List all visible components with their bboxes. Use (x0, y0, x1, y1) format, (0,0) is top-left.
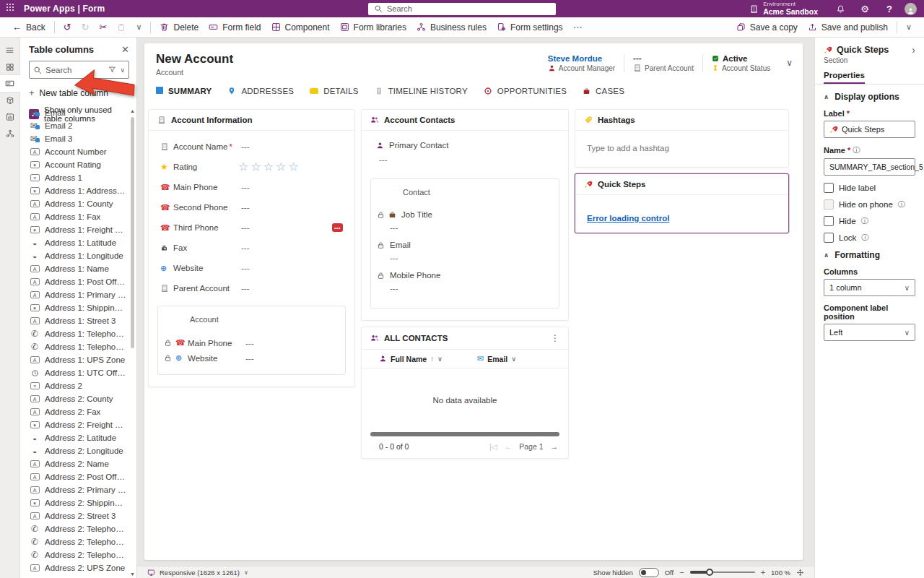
table-column-item[interactable]: ◒Address 1: Latitude (20, 236, 129, 249)
save-publish-button[interactable]: Save and publish (803, 20, 893, 35)
help-button[interactable]: ? (877, 0, 902, 17)
field-job-title[interactable]: Job Title--- (371, 208, 559, 232)
collapse-panel-icon[interactable]: › (912, 45, 915, 55)
clipboard-menu-button[interactable]: ∨ (131, 20, 147, 35)
table-column-item[interactable]: ✉Email (20, 106, 129, 119)
global-search-input[interactable]: Search (368, 3, 556, 15)
table-column-item[interactable]: AAddress 1: UPS Zone (20, 353, 129, 366)
table-column-item[interactable]: AAccount Number (20, 145, 129, 158)
table-column-item[interactable]: ▾Account Rating (20, 158, 129, 171)
table-column-item[interactable]: ▾Address 2: Freight Terms (20, 418, 129, 431)
grid-column-full-name[interactable]: Full Name ↑∨ (379, 355, 477, 363)
field-main-phone[interactable]: ☎ Main Phone--- (158, 335, 345, 350)
section-all-contacts[interactable]: ALL CONTACTS ⋮ Full Name ↑∨✉Email ∨ No d… (361, 327, 569, 459)
scroll-down-icon[interactable]: ▼ (129, 571, 136, 577)
field-website[interactable]: ⊕ Website--- (154, 258, 349, 278)
rail-field-icon[interactable] (0, 75, 20, 92)
hashtag-placeholder[interactable]: Type to add a hashtag (575, 131, 788, 167)
scroll-up-icon[interactable]: ▲ (129, 108, 136, 113)
field-fax[interactable]: Fax--- (154, 238, 349, 258)
table-column-item[interactable]: ▾Address 1: Freight Terms (20, 223, 129, 236)
table-column-item[interactable]: ✉Email 2 (20, 119, 129, 132)
table-column-item[interactable]: ≡Address 2 (20, 379, 129, 392)
table-column-item[interactable]: ◒Address 2: Longitude (20, 444, 129, 457)
table-column-item[interactable]: ◒Address 1: Longitude (20, 249, 129, 262)
environment-picker[interactable]: Environment Acme Sandbox (739, 0, 828, 17)
table-column-item[interactable]: ≡Address 1 (20, 171, 129, 184)
table-column-item[interactable]: AAddress 2: County (20, 392, 129, 405)
field-account-name[interactable]: Account Name*--- (154, 137, 349, 157)
form-libraries-button[interactable]: Form libraries (335, 20, 411, 35)
rail-menu-icon[interactable] (0, 42, 20, 59)
table-column-item[interactable]: ✆Address 2: Telephone 3 (20, 548, 129, 561)
command-overflow-button[interactable]: ⋯ (568, 20, 588, 35)
display-options-header[interactable]: ∧ Display options (824, 92, 915, 102)
tab-timeline-history[interactable]: TIMELINE HISTORY (375, 87, 468, 98)
filter-chevron-icon[interactable]: ∨ (120, 66, 125, 74)
field-parent-account[interactable]: Parent Account--- (154, 278, 349, 298)
field-email[interactable]: Email--- (371, 238, 559, 262)
checkbox-hide-label[interactable]: Hide label (824, 183, 915, 193)
cut-button[interactable]: ✂ (95, 20, 113, 35)
field-primary-contact[interactable]: Primary Contact --- (367, 134, 562, 171)
table-column-item[interactable]: ▾Address 1: Address Type (20, 184, 129, 197)
grid-column-email[interactable]: ✉Email ∨ (477, 354, 516, 363)
header-expand-chevron-icon[interactable]: ∨ (786, 58, 793, 68)
formatting-header[interactable]: ∧ Formatting (824, 250, 915, 260)
app-launcher-icon[interactable] (6, 4, 17, 14)
tab-summary[interactable]: SUMMARY (156, 87, 212, 98)
header-field-account-manager[interactable]: Steve Mordue Account Manager (539, 54, 624, 72)
field-mobile-phone[interactable]: Mobile Phone--- (371, 269, 559, 293)
table-column-item[interactable]: ▾Address 2: Shipping Method (20, 496, 129, 509)
table-column-item[interactable]: AAddress 2: Name (20, 457, 129, 470)
tab-addresses[interactable]: ADDRESSES (227, 87, 294, 98)
columns-search-input[interactable]: Search ∨ (29, 61, 129, 79)
field-third-phone[interactable]: ☎ Third Phone--- ••• (154, 217, 349, 238)
table-column-item[interactable]: ✆Address 2: Telephone 2 (20, 535, 129, 548)
table-column-item[interactable]: AAddress 1: Primary Contact Name (20, 288, 129, 301)
table-column-item[interactable]: AAddress 1: Street 3 (20, 314, 129, 327)
table-column-item[interactable]: AAddress 2: Street 3 (20, 509, 129, 522)
form-field-button[interactable]: Form field (204, 20, 266, 35)
table-column-item[interactable]: ▾Address 1: Shipping Method (20, 301, 129, 314)
responsive-size-selector[interactable]: Responsive (1626 x 1261) ∨ (147, 569, 248, 577)
label-field-input[interactable]: Quick Steps (824, 121, 915, 138)
table-column-item[interactable]: ✆Address 2: Telephone 1 (20, 522, 129, 535)
previous-page-icon[interactable]: ← (505, 442, 513, 451)
table-column-item[interactable]: AAddress 1: County (20, 197, 129, 210)
close-panel-icon[interactable]: ✕ (121, 44, 129, 55)
show-hidden-toggle[interactable] (639, 568, 659, 577)
table-column-item[interactable]: Address 1: UTC Offset (20, 366, 129, 379)
table-column-item[interactable]: AAddress 1: Post Office Box (20, 275, 129, 288)
save-menu-button[interactable]: ∨ (901, 20, 917, 35)
section-account-contacts[interactable]: Account Contacts Primary Contact --- Con… (361, 109, 569, 321)
rail-grid-icon[interactable] (0, 59, 20, 75)
table-column-item[interactable]: AAddress 2: UPS Zone (20, 561, 129, 574)
form-settings-button[interactable]: Form settings (492, 20, 568, 35)
table-column-item[interactable]: AAddress 2: Fax (20, 405, 129, 418)
fit-to-screen-icon[interactable] (796, 569, 804, 577)
tab-cases[interactable]: CASES (583, 87, 624, 98)
rail-flow-icon[interactable] (0, 125, 20, 142)
zoom-in-button[interactable]: + (761, 568, 765, 577)
table-column-item[interactable]: AAddress 2: Primary Contact Name (20, 483, 129, 496)
rail-cube-icon[interactable] (0, 92, 20, 108)
account-quickview-card[interactable]: Account ☎ Main Phone--- ⊕ Website--- (157, 306, 346, 375)
paste-button[interactable] (112, 20, 131, 35)
field-second-phone[interactable]: ☎ Second Phone--- (154, 197, 349, 217)
table-column-item[interactable]: ✆Address 1: Telephone 3 (20, 340, 129, 353)
notifications-button[interactable] (828, 0, 853, 17)
delete-button[interactable]: Delete (154, 20, 204, 35)
field-website[interactable]: ⊕ Website--- (158, 350, 345, 366)
section-quick-steps[interactable]: Quick Steps Error loading control (575, 173, 789, 233)
business-rules-button[interactable]: Business rules (411, 20, 492, 35)
contact-quickview-card[interactable]: Contact Job Title--- Email--- Mobile Pho… (370, 178, 559, 309)
table-column-item[interactable]: ✆Address 1: Telephone 2 (20, 327, 129, 340)
grid-more-icon[interactable]: ⋮ (551, 333, 559, 343)
component-label-position-dropdown[interactable]: Left∨ (824, 324, 915, 341)
component-button[interactable]: Component (266, 20, 335, 35)
error-loading-control-link[interactable]: Error loading control (587, 214, 669, 223)
first-page-icon[interactable]: |◁ (489, 442, 497, 451)
tab-details[interactable]: DETAILS (310, 87, 358, 98)
filter-icon[interactable] (108, 66, 116, 74)
